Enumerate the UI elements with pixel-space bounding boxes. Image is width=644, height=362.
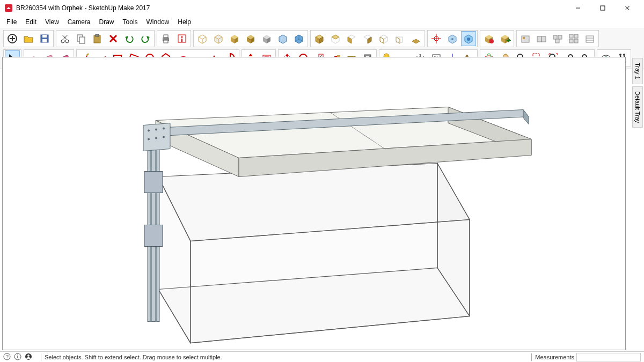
3d-warehouse-button[interactable] [481,31,496,46]
make-component-button[interactable] [534,31,549,46]
svg-point-120 [27,354,30,357]
menu-help[interactable]: Help [173,17,195,27]
undo-button[interactable] [122,31,137,46]
position-camera-button[interactable] [445,31,460,46]
right-view-button[interactable] [360,31,375,46]
outliner-button[interactable] [582,31,597,46]
shaded-button[interactable] [227,31,242,46]
explode-button[interactable] [566,31,581,46]
menu-edit[interactable]: Edit [21,17,41,27]
svg-rect-114 [144,225,163,247]
model-viewport[interactable] [2,57,626,350]
tray-tab-1[interactable]: Tray 1 [632,58,643,84]
svg-rect-40 [558,35,562,39]
make-group-button[interactable] [550,31,565,46]
window-controls [566,0,640,16]
measurements-input[interactable] [576,353,641,361]
back-view-button[interactable] [376,31,391,46]
tray-tab-default[interactable]: Default Tray [632,86,643,128]
delete-button[interactable] [106,31,121,46]
svg-rect-44 [569,39,573,43]
svg-point-25 [181,36,183,38]
svg-rect-45 [574,39,578,43]
monochrome-button[interactable] [259,31,274,46]
share-model-button[interactable] [497,31,513,46]
svg-rect-43 [574,34,578,38]
menu-draw[interactable]: Draw [95,17,119,27]
statusbar: ? i Select objects. Shift to extend sele… [0,351,644,362]
help-icon[interactable]: ? [3,353,11,361]
status-hint: Select objects. Shift to extend select. … [45,354,528,360]
svg-rect-18 [96,34,99,36]
window-title: BR260354 with Orphek - SketchUp Make 201… [16,4,566,12]
svg-rect-26 [181,39,182,42]
iso-view-button[interactable] [312,31,327,46]
svg-rect-10 [42,39,47,42]
svg-point-11 [61,40,64,43]
maximize-button[interactable] [590,0,615,16]
model-scene [3,57,625,350]
toolgroup-print [157,30,191,47]
redo-button[interactable] [138,31,153,46]
bottom-view-button[interactable] [408,31,423,46]
menu-view[interactable]: View [41,17,63,27]
svg-text:?: ? [6,354,9,359]
svg-rect-41 [555,39,559,43]
back-edges-button[interactable] [291,31,306,46]
toolgroup-file [3,30,54,47]
svg-point-100 [623,54,625,56]
toolgroup-warehouse [480,30,514,47]
toolgroup-edit [56,30,155,47]
open-file-button[interactable] [21,31,36,46]
svg-rect-39 [553,35,557,39]
svg-text:i: i [17,354,18,359]
top-view-button[interactable] [328,31,343,46]
extension-warehouse-button[interactable] [518,31,533,46]
svg-point-99 [619,54,621,56]
titlebar: BR260354 with Orphek - SketchUp Make 201… [0,0,644,16]
svg-rect-38 [541,36,546,42]
wireframe-button[interactable] [195,31,210,46]
svg-point-33 [467,38,470,41]
hidden-line-button[interactable] [211,31,226,46]
info-icon[interactable]: i [14,353,21,361]
left-view-button[interactable] [392,31,407,46]
walk-tool-button[interactable] [461,31,476,46]
svg-point-32 [451,38,453,40]
menu-tools[interactable]: Tools [119,17,142,27]
xray-button[interactable] [275,31,290,46]
svg-rect-16 [79,37,85,43]
menubar: File Edit View Camera Draw Tools Window … [0,16,644,28]
menu-window[interactable]: Window [142,17,174,27]
copy-button[interactable] [74,31,89,46]
svg-rect-23 [164,40,168,43]
status-separator [41,353,41,361]
menu-camera[interactable]: Camera [63,17,95,27]
axes-tool-button[interactable] [429,31,444,46]
svg-rect-37 [537,36,541,42]
user-icon[interactable] [25,353,32,361]
cut-button[interactable] [57,31,72,46]
print-button[interactable] [158,31,173,46]
toolgroup-views [310,30,425,47]
model-info-button[interactable] [174,31,189,46]
paste-button[interactable] [90,31,105,46]
shaded-textures-button[interactable] [243,31,258,46]
close-button[interactable] [615,0,640,16]
svg-rect-22 [164,35,168,38]
new-file-button[interactable] [5,31,20,46]
toolgroup-display [193,30,308,47]
svg-line-13 [63,35,68,40]
svg-point-12 [65,40,69,43]
svg-rect-9 [42,35,47,38]
menu-file[interactable]: File [2,17,21,27]
svg-line-14 [62,35,67,40]
front-view-button[interactable] [344,31,359,46]
svg-rect-2 [601,6,605,10]
save-file-button[interactable] [37,31,52,46]
svg-point-108 [155,129,157,131]
sketchup-app-icon [4,4,13,12]
toolgroup-axes [427,30,478,47]
svg-point-109 [163,128,165,130]
minimize-button[interactable] [566,0,590,16]
